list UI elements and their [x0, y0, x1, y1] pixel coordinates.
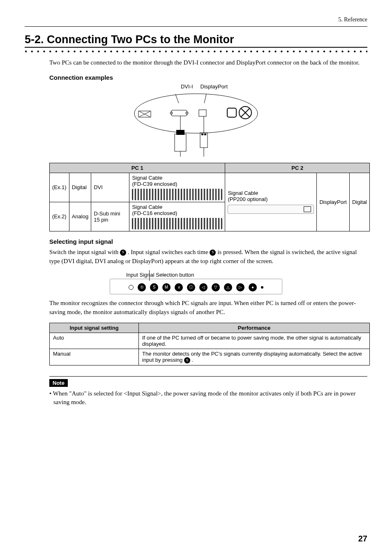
subhead-selecting-input: Selecting input signal: [49, 238, 367, 245]
cell-perf-auto: If one of the PC turned off or became to…: [139, 333, 370, 349]
cell-pc2-cable: Signal Cable (PP200 optional): [225, 173, 317, 231]
panel-button: ①: [138, 283, 146, 291]
note-label: Note: [49, 379, 68, 387]
monitor-ports-illustration: [122, 91, 270, 159]
panel-button-enter: ●: [249, 283, 257, 291]
table-row: Manual The monitor detects only the PC's…: [50, 349, 370, 365]
cell-cable-fdc16: Signal Cable (FD-C16 enclosed): [129, 202, 225, 231]
signal-button-icon: S: [210, 250, 216, 256]
th-pc1: PC 1: [50, 163, 225, 173]
front-panel: ① S M ∧ ⓘ ◁ ▽ △ ▷ ●: [110, 279, 282, 294]
page-title: 5-2. Connecting Two PCs to the Monitor: [25, 33, 367, 48]
th-pc2: PC 2: [225, 163, 370, 173]
signal-button-icon: S: [120, 250, 126, 256]
cell-mode-analog: Analog: [69, 202, 91, 231]
connection-diagram: DVI-I DisplayPort: [118, 83, 274, 159]
panel-button: ◁: [199, 283, 208, 291]
text-fragment: The monitor detects only the PC's signal…: [142, 351, 362, 363]
cell-setting-manual: Manual: [50, 349, 139, 365]
table-row: (Ex.1) Digital DVI Signal Cable (FD-C39 …: [50, 173, 370, 202]
cell-mode-digital: Digital: [69, 173, 91, 202]
indicator-dot-icon: [261, 286, 263, 289]
label-displayport: DisplayPort: [201, 83, 228, 90]
svg-rect-6: [171, 110, 187, 116]
cell-pc2-mode: Digital: [349, 173, 369, 231]
cable-label: Signal Cable: [228, 190, 258, 196]
cable-icon: [132, 189, 222, 200]
cell-perf-manual: The monitor detects only the PC's signal…: [139, 349, 370, 365]
th-performance: Performance: [139, 323, 370, 333]
th-setting: Input signal setting: [50, 323, 139, 333]
power-led-icon: [129, 285, 134, 290]
panel-button-signal: S: [150, 283, 158, 291]
signal-button-icon: S: [184, 357, 190, 363]
button-panel-caption: Input Signal Selection button: [126, 272, 282, 278]
cable-sublabel: (PP200 optional): [228, 196, 267, 202]
cell-pc2-conn: DisplayPort: [317, 173, 349, 231]
svg-rect-14: [175, 134, 186, 151]
panel-button: M: [162, 283, 171, 291]
cell-conn-dvi: DVI: [91, 173, 129, 202]
svg-rect-9: [199, 110, 206, 116]
button-panel-area: Input Signal Selection button ① S M ∧ ⓘ …: [110, 272, 282, 294]
recognize-text: The monitor recognizes the connector thr…: [49, 298, 363, 317]
svg-line-2: [204, 94, 206, 103]
svg-rect-10: [227, 108, 236, 117]
text-fragment: .: [192, 357, 194, 363]
intro-text: Two PCs can be connected to the monitor …: [49, 58, 363, 67]
select-input-text: Switch the input signal with S . Input s…: [49, 247, 363, 266]
cable-label: Signal Cable: [132, 175, 162, 181]
cell-ex1: (Ex.1): [50, 173, 69, 202]
cell-cable-fdc39: Signal Cable (FD-C39 enclosed): [129, 173, 225, 202]
svg-rect-18: [201, 134, 203, 135]
dotted-divider: ● ● ● ● ● ● ● ● ● ● ● ● ● ● ● ● ● ● ● ● …: [25, 49, 367, 54]
panel-button: ⓘ: [187, 283, 195, 291]
subhead-connection-examples: Connection examples: [49, 74, 367, 81]
cable-label: Signal Cable: [132, 204, 162, 210]
cell-setting-auto: Auto: [50, 333, 139, 349]
connection-table: PC 1 PC 2 (Ex.1) Digital DVI Signal Cabl…: [49, 163, 370, 231]
dp-cable-icon: [228, 205, 314, 214]
label-dvi-i: DVI-I: [181, 83, 193, 90]
cable-sublabel: (FD-C39 enclosed): [132, 181, 177, 187]
cell-ex2: (Ex.2): [50, 202, 69, 231]
note-text: • When "Auto" is selected for <Input Sig…: [49, 389, 367, 407]
svg-rect-15: [176, 130, 184, 135]
panel-button: ▷: [236, 283, 244, 291]
page-number: 27: [358, 534, 367, 543]
heading-wrap: 5-2. Connecting Two PCs to the Monitor: [25, 33, 367, 48]
performance-table: Input signal setting Performance Auto If…: [49, 323, 370, 365]
cable-icon: [132, 218, 222, 229]
top-rule: [25, 26, 367, 27]
svg-rect-17: [200, 133, 208, 148]
cable-sublabel: (FD-C16 enclosed): [132, 210, 177, 216]
table-row: Auto If one of the PC turned off or beca…: [50, 333, 370, 349]
svg-rect-19: [204, 134, 206, 135]
pointer-line-icon: [149, 270, 150, 281]
note-section: Note • When "Auto" is selected for <Inpu…: [49, 376, 367, 407]
section-label: 5. Reference: [25, 16, 367, 23]
svg-line-1: [175, 94, 179, 103]
text-fragment: Switch the input signal with: [49, 249, 120, 255]
text-fragment: . Input signal switches each time: [128, 249, 210, 255]
cell-conn-dsub: D-Sub mini 15 pin: [91, 202, 129, 231]
panel-button: △: [224, 283, 232, 291]
panel-button: ▽: [212, 283, 220, 291]
panel-button: ∧: [175, 283, 183, 291]
